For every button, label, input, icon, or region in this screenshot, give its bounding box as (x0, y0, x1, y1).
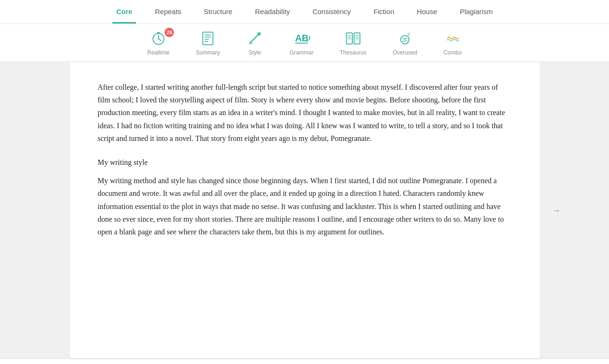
nav-fiction[interactable]: Fiction (370, 0, 398, 23)
overused-icon: Z (396, 30, 413, 46)
svg-text:Z: Z (408, 31, 411, 37)
svg-line-2 (158, 39, 161, 41)
realtime-badge: 26 (165, 28, 174, 37)
style-label: Style (248, 49, 261, 56)
combo-label: Combo (443, 49, 462, 56)
summary-icon (199, 30, 216, 46)
toolbar-thesaurus[interactable]: Thesaurus (326, 24, 380, 62)
svg-rect-5 (203, 32, 213, 45)
toolbar-realtime[interactable]: 26 Realtime (134, 24, 182, 62)
toolbar-overused[interactable]: Z Overused (380, 24, 430, 62)
thesaurus-icon (345, 30, 362, 46)
summary-label: Summary (196, 49, 220, 56)
toolbar-combo[interactable]: Combo (430, 24, 475, 62)
paragraph-2: My writing method and style has changed … (98, 174, 512, 238)
combo-icon (444, 30, 461, 46)
grammar-icon: ABC (293, 30, 310, 46)
document-page: After college, I started writing another… (70, 62, 540, 358)
paragraph-1: After college, I started writing another… (98, 81, 512, 145)
svg-text:ABC: ABC (295, 33, 310, 43)
svg-rect-18 (354, 33, 360, 44)
toolbar-style[interactable]: Style (233, 24, 277, 62)
realtime-icon (150, 30, 167, 46)
nav-consistency[interactable]: Consistency (308, 0, 355, 23)
left-sidebar (0, 62, 59, 358)
right-sidebar: → (550, 62, 609, 358)
overused-label: Overused (393, 49, 417, 56)
thesaurus-label: Thesaurus (340, 49, 366, 56)
nav-core[interactable]: Core (112, 0, 136, 23)
realtime-label: Realtime (147, 49, 169, 56)
top-nav: Core Repeats Structure Readability Consi… (0, 0, 609, 24)
nav-plagiarism[interactable]: Plagiarism (456, 0, 497, 23)
style-icon (246, 30, 263, 46)
document-area: After college, I started writing another… (59, 62, 550, 358)
nav-structure[interactable]: Structure (200, 0, 236, 23)
main-layout: After college, I started writing another… (0, 62, 609, 358)
svg-rect-17 (346, 33, 352, 44)
collapse-arrow[interactable]: → (550, 203, 562, 217)
nav-readability[interactable]: Readability (251, 0, 293, 23)
svg-line-10 (251, 34, 259, 42)
paragraph-heading: My writing style (98, 156, 512, 169)
icon-toolbar: 26 Realtime Summary Style (0, 24, 609, 62)
footer-bar: Words : 2107 Characters : 9221 (0, 358, 609, 364)
grammar-label: Grammar (290, 49, 314, 56)
nav-house[interactable]: House (413, 0, 441, 23)
nav-repeats[interactable]: Repeats (151, 0, 185, 23)
toolbar-grammar[interactable]: ABC Grammar (277, 24, 327, 62)
toolbar-summary[interactable]: Summary (182, 24, 233, 62)
